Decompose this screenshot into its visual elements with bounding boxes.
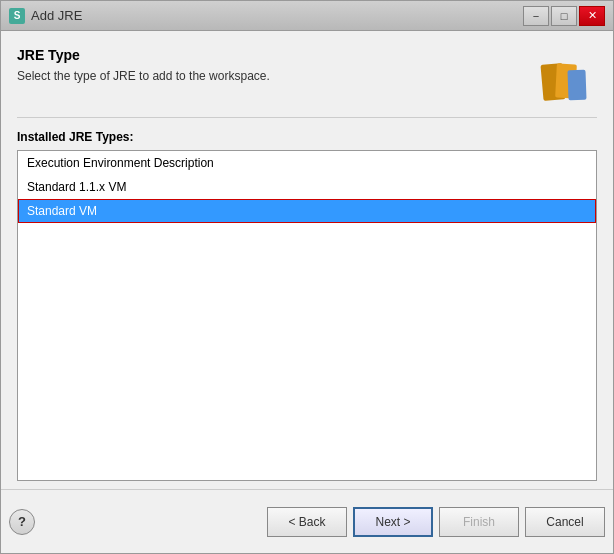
back-button[interactable]: < Back (267, 507, 347, 537)
header-title: JRE Type (17, 47, 537, 63)
list-item[interactable]: Execution Environment Description (18, 151, 596, 175)
close-button[interactable]: ✕ (579, 6, 605, 26)
books-icon (542, 52, 592, 102)
next-button[interactable]: Next > (353, 507, 433, 537)
list-label: Installed JRE Types: (17, 130, 597, 144)
app-icon: S (9, 8, 25, 24)
book-3 (567, 70, 586, 101)
title-bar-buttons: − □ ✕ (523, 6, 605, 26)
title-bar: S Add JRE − □ ✕ (1, 1, 613, 31)
help-button[interactable]: ? (9, 509, 35, 535)
header-subtitle: Select the type of JRE to add to the wor… (17, 69, 537, 83)
window-title: Add JRE (31, 8, 82, 23)
restore-button[interactable]: □ (551, 6, 577, 26)
cancel-button[interactable]: Cancel (525, 507, 605, 537)
minimize-button[interactable]: − (523, 6, 549, 26)
footer-left: ? (9, 509, 35, 535)
title-bar-left: S Add JRE (9, 8, 82, 24)
header-section: JRE Type Select the type of JRE to add t… (17, 47, 597, 118)
footer: ? < Back Next > Finish Cancel (1, 489, 613, 553)
list-item[interactable]: Standard 1.1.x VM (18, 175, 596, 199)
list-section: Installed JRE Types: Execution Environme… (17, 130, 597, 481)
finish-button[interactable]: Finish (439, 507, 519, 537)
footer-buttons: < Back Next > Finish Cancel (267, 507, 605, 537)
header-text: JRE Type Select the type of JRE to add t… (17, 47, 537, 83)
header-icon (537, 47, 597, 107)
list-item-selected[interactable]: Standard VM (18, 199, 596, 223)
jre-types-list[interactable]: Execution Environment Description Standa… (17, 150, 597, 481)
add-jre-window: S Add JRE − □ ✕ JRE Type Select the type… (0, 0, 614, 554)
content-area: JRE Type Select the type of JRE to add t… (1, 31, 613, 481)
